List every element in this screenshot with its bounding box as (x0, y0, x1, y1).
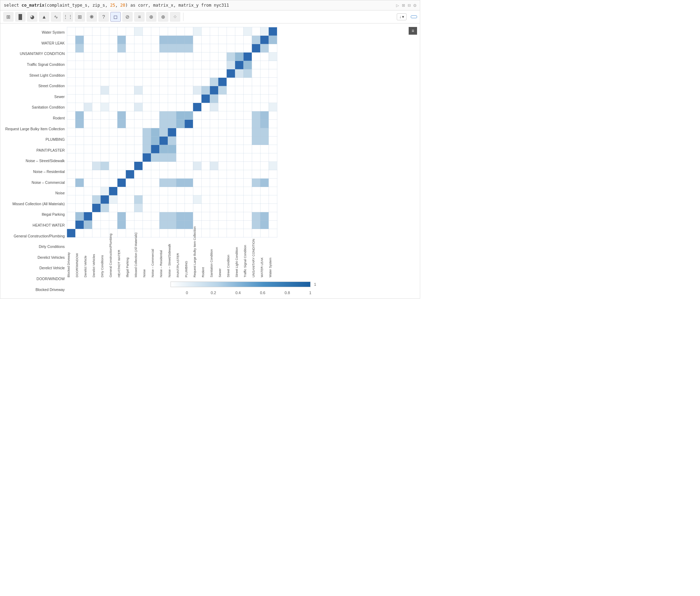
heatmap-cell[interactable] (218, 195, 227, 204)
heatmap-cell[interactable] (235, 195, 243, 204)
heatmap-cell[interactable] (201, 120, 210, 128)
heatmap-cell[interactable] (235, 145, 243, 153)
heatmap-cell[interactable] (176, 27, 185, 36)
heatmap-cell[interactable] (109, 170, 117, 179)
heatmap-cell[interactable] (193, 179, 201, 187)
table-icon[interactable]: ⊟ (408, 2, 410, 8)
toolbar-table-btn[interactable]: ⊞ (3, 12, 14, 22)
heatmap-cell[interactable] (235, 78, 243, 86)
heatmap-cell[interactable] (143, 120, 151, 128)
heatmap-cell[interactable] (151, 145, 159, 153)
toolbar-list-btn[interactable]: ≡ (134, 12, 145, 22)
heatmap-cell[interactable] (143, 187, 151, 195)
heatmap-cell[interactable] (126, 44, 134, 53)
heatmap-cell[interactable] (260, 221, 269, 229)
heatmap-cell[interactable] (269, 229, 277, 237)
heatmap-cell[interactable] (159, 61, 168, 69)
heatmap-cell[interactable] (101, 61, 109, 69)
heatmap-cell[interactable] (260, 36, 269, 44)
heatmap-cell[interactable] (185, 36, 193, 44)
heatmap-cell[interactable] (67, 145, 75, 153)
heatmap-cell[interactable] (126, 61, 134, 69)
heatmap-cell[interactable] (67, 153, 75, 162)
heatmap-cell[interactable] (143, 145, 151, 153)
heatmap-cell[interactable] (67, 69, 75, 78)
heatmap-cell[interactable] (227, 221, 235, 229)
heatmap-cell[interactable] (185, 195, 193, 204)
heatmap-cell[interactable] (101, 53, 109, 61)
heatmap-cell[interactable] (201, 195, 210, 204)
heatmap-cell[interactable] (227, 95, 235, 103)
heatmap-cell[interactable] (210, 69, 218, 78)
heatmap-cell[interactable] (143, 204, 151, 212)
heatmap-cell[interactable] (269, 128, 277, 137)
heatmap-cell[interactable] (176, 86, 185, 95)
heatmap-cell[interactable] (201, 61, 210, 69)
heatmap-cell[interactable] (201, 111, 210, 120)
heatmap-cell[interactable] (260, 153, 269, 162)
heatmap-cell[interactable] (159, 153, 168, 162)
heatmap-cell[interactable] (126, 204, 134, 212)
heatmap-cell[interactable] (252, 179, 260, 187)
heatmap-cell[interactable] (134, 78, 143, 86)
heatmap-cell[interactable] (159, 162, 168, 170)
heatmap-cell[interactable] (243, 53, 252, 61)
heatmap-cell[interactable] (143, 170, 151, 179)
heatmap-cell[interactable] (109, 179, 117, 187)
heatmap-cell[interactable] (185, 120, 193, 128)
heatmap-cell[interactable] (134, 120, 143, 128)
heatmap-cell[interactable] (243, 36, 252, 44)
heatmap-cell[interactable] (201, 179, 210, 187)
heatmap-cell[interactable] (67, 179, 75, 187)
heatmap-cell[interactable] (84, 95, 92, 103)
heatmap-cell[interactable] (252, 204, 260, 212)
heatmap-cell[interactable] (117, 229, 126, 237)
heatmap-cell[interactable] (92, 145, 101, 153)
heatmap-cell[interactable] (235, 179, 243, 187)
heatmap-cell[interactable] (143, 221, 151, 229)
heatmap-cell[interactable] (75, 128, 84, 137)
heatmap-cell[interactable] (75, 53, 84, 61)
heatmap-cell[interactable] (126, 162, 134, 170)
heatmap-cell[interactable] (92, 195, 101, 204)
heatmap-cell[interactable] (126, 120, 134, 128)
heatmap-cell[interactable] (168, 204, 176, 212)
heatmap-cell[interactable] (227, 170, 235, 179)
heatmap-cell[interactable] (67, 61, 75, 69)
heatmap-cell[interactable] (67, 137, 75, 145)
heatmap-cell[interactable] (269, 153, 277, 162)
heatmap-cell[interactable] (109, 69, 117, 78)
heatmap-cell[interactable] (269, 187, 277, 195)
heatmap-menu-btn[interactable]: ≡ (409, 27, 417, 35)
heatmap-cell[interactable] (101, 27, 109, 36)
heatmap-cell[interactable] (269, 212, 277, 221)
heatmap-cell[interactable] (117, 61, 126, 69)
heatmap-cell[interactable] (92, 170, 101, 179)
heatmap-cell[interactable] (143, 195, 151, 204)
heatmap-cell[interactable] (210, 36, 218, 44)
heatmap-cell[interactable] (193, 153, 201, 162)
heatmap-cell[interactable] (185, 204, 193, 212)
heatmap-cell[interactable] (151, 179, 159, 187)
heatmap-cell[interactable] (193, 103, 201, 111)
heatmap-cell[interactable] (143, 179, 151, 187)
heatmap-cell[interactable] (109, 204, 117, 212)
toolbar-area-btn[interactable]: ▲ (39, 12, 49, 22)
heatmap-cell[interactable] (143, 61, 151, 69)
heatmap-cell[interactable] (193, 145, 201, 153)
heatmap-cell[interactable] (126, 111, 134, 120)
heatmap-cell[interactable] (159, 179, 168, 187)
heatmap-cell[interactable] (92, 179, 101, 187)
heatmap-cell[interactable] (92, 162, 101, 170)
heatmap-cell[interactable] (143, 229, 151, 237)
heatmap-cell[interactable] (218, 69, 227, 78)
heatmap-cell[interactable] (134, 195, 143, 204)
heatmap-cell[interactable] (159, 212, 168, 221)
heatmap-cell[interactable] (151, 128, 159, 137)
heatmap-cell[interactable] (260, 103, 269, 111)
heatmap-cell[interactable] (101, 204, 109, 212)
heatmap-cell[interactable] (176, 229, 185, 237)
heatmap-cell[interactable] (227, 153, 235, 162)
heatmap-cell[interactable] (218, 145, 227, 153)
heatmap-cell[interactable] (101, 229, 109, 237)
